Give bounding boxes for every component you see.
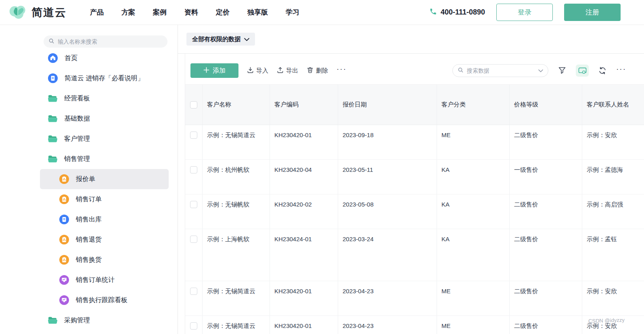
search-icon [458,67,464,75]
row-checkbox[interactable] [190,288,197,295]
sidebar-item[interactable]: 基础数据 [40,109,169,129]
sidebar-item[interactable]: 销售换货 [40,250,169,270]
folder-icon [48,94,57,102]
phone-icon [429,8,437,17]
row-checkbox-cell [185,194,203,229]
sidebar-item[interactable]: 销售执行跟踪看板 [40,290,169,310]
filter-icon[interactable] [558,67,566,75]
table-cell: KA [437,194,510,229]
table-row[interactable]: 示例：无锡简道云KH230420-012023-04-23ME二级售价示例：安欣 [185,316,644,334]
sidebar-item[interactable]: 经营看板 [40,88,169,109]
sidebar-item-label: 销售退货 [76,236,102,244]
sidebar-search-input[interactable] [58,38,163,45]
data-search-input[interactable] [467,67,535,74]
data-scope-selector[interactable]: 全部有权限的数据 [186,33,255,46]
sidebar-item[interactable]: 销售出库 [40,209,169,230]
column-header: 客户分类 [437,85,510,125]
nav-item-4[interactable]: 定价 [216,8,230,17]
nav-item-1[interactable]: 方案 [121,8,135,17]
sidebar-item[interactable]: 销售订单统计 [40,270,169,290]
table-cell: 2023-04-23 [338,316,437,334]
home-icon [48,53,58,63]
sidebar-item[interactable]: 销售订单 [40,189,169,209]
table-row[interactable]: 示例：无锡简道云KH230420-012023-04-23ME二级售价示例：安欣 [185,281,644,316]
sidebar-item-label: 销售执行跟踪看板 [76,296,128,305]
table-cell: 示例：安欣 [582,281,644,315]
sidebar-item[interactable]: 销售退货 [40,230,169,250]
sidebar-item-label: 销售订单统计 [76,276,115,284]
table-card: 添加 导入 导出 [185,54,644,334]
register-button[interactable]: 注册 [564,4,621,21]
nav-right: 400-111-0890 登录 注册 [429,4,621,21]
logo[interactable]: 简道云 [9,4,67,21]
table-row[interactable]: 示例：杭州帆软KH230420-042023-05-11KA一级售价示例：孟德海 [185,160,644,194]
header-checkbox-cell [185,85,203,125]
table-cell: 示例：无锡简道云 [203,125,270,159]
row-checkbox[interactable] [190,322,197,330]
chevron-down-icon [244,36,249,43]
document-icon [48,73,58,83]
chevron-down-icon[interactable] [538,67,543,74]
form-icon [59,235,69,244]
nav-item-5[interactable]: 独享版 [247,8,268,17]
sidebar-item-label: 经营看板 [64,94,90,103]
row-checkbox-cell [185,229,203,281]
row-checkbox[interactable] [190,166,197,173]
row-checkbox[interactable] [190,132,197,139]
column-header: 价格等级 [510,85,582,125]
table-cell: ME [437,316,510,334]
table-cell: 2023-09-18 [338,125,437,159]
row-checkbox[interactable] [190,236,197,243]
table-cell: 二级售价 [510,229,582,281]
folder-icon [48,316,57,324]
import-icon [247,67,254,75]
table-cell: ME [437,281,510,315]
sidebar-search[interactable] [44,35,167,48]
sidebar-item-label: 销售订单 [76,195,102,204]
sidebar-item-label: 基础数据 [64,115,90,123]
table-cell: 2023-04-23 [338,281,437,315]
nav-item-6[interactable]: 学习 [286,8,299,17]
sidebar-item[interactable]: 客户管理 [40,129,169,149]
table-body: 示例：无锡简道云KH230420-012023-09-18ME二级售价示例：安欣… [185,125,644,334]
table-cell: ME [437,125,510,159]
import-button[interactable]: 导入 [247,67,268,75]
sidebar-item-label: 首页 [65,54,77,63]
top-navbar: 简道云 产品方案案例资料定价独享版学习 400-111-0890 登录 注册 [0,0,644,25]
table-row[interactable]: 示例：无锡简道云KH230420-012023-09-18ME二级售价示例：安欣 [185,125,644,160]
row-checkbox[interactable] [190,201,197,208]
logo-text: 简道云 [31,5,67,20]
folder-icon [48,135,57,143]
select-all-checkbox[interactable] [190,101,197,109]
delete-button[interactable]: 删除 [307,67,328,75]
table-cell: 一级售价 [510,160,582,194]
login-button[interactable]: 登录 [496,4,553,21]
sidebar-item[interactable]: 简道云 进销存「必看说明」 [40,68,169,88]
form-icon [59,255,69,265]
sidebar-item[interactable]: 销售管理 [40,149,169,169]
nav-item-2[interactable]: 案例 [153,8,167,17]
sidebar-item[interactable]: 采购管理 [40,310,169,330]
view-toggle-icon[interactable] [576,65,589,77]
table-row[interactable]: 示例：无锡帆软KH230420-022023-05-08KA二级售价示例：高启强 [185,194,644,229]
table-cell: 示例：高启强 [582,194,644,229]
table-more-icon[interactable]: ··· [616,69,626,72]
search-icon [48,38,54,46]
table-row[interactable]: 示例：上海帆软KH230424-012023-03-24KA二级售价示例：孟钰 [185,229,644,281]
table-cell: KA [437,229,510,281]
table-cell: KH230420-01 [270,125,338,159]
table-cell: 示例：上海帆软 [203,229,270,281]
add-button[interactable]: 添加 [190,63,238,78]
sidebar-item[interactable]: 报价单 [40,169,169,189]
more-actions-button[interactable]: ··· [337,69,347,72]
refresh-icon[interactable] [598,67,606,75]
row-checkbox-cell [185,316,203,334]
nav-item-3[interactable]: 资料 [184,8,198,17]
toolbar-right: ··· [452,64,626,77]
sidebar-item-label: 销售管理 [64,155,90,163]
export-button[interactable]: 导出 [277,67,298,75]
sidebar-item[interactable]: 首页 [40,48,169,68]
scope-label: 全部有权限的数据 [192,35,240,43]
data-search[interactable] [452,64,548,77]
nav-item-0[interactable]: 产品 [90,8,104,17]
